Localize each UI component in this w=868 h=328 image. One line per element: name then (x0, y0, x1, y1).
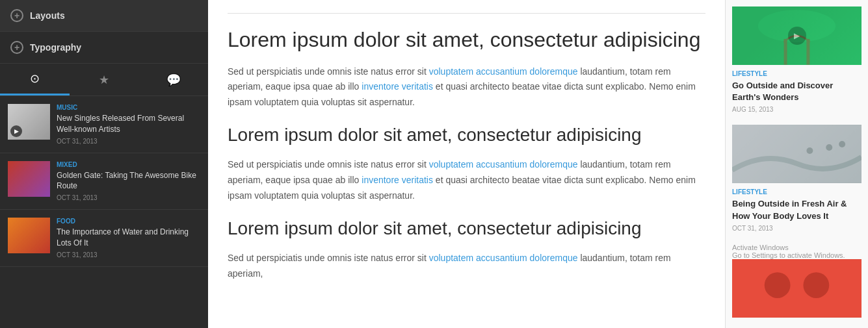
sidebar: + Layouts + Typography ⊙ ★ 💬 ▶ MUSIC New… (0, 0, 208, 328)
article-date: OCT 31, 2013 (57, 251, 200, 259)
article-title: New Singles Released From Several Well-k… (57, 113, 200, 135)
right-article-thumbnail: ▶ (732, 6, 861, 65)
content-body-1: Sed ut perspiciatis unde omnis iste natu… (228, 64, 705, 110)
plus-icon-2: + (10, 41, 23, 54)
content-heading-3: Lorem ipsum dolor sit amet, consectetur … (228, 217, 705, 240)
star-icon: ★ (99, 73, 109, 87)
right-list-item[interactable] (732, 259, 861, 318)
article-title: The Importance of Water and Drinking Lot… (57, 227, 200, 249)
tab-comments[interactable]: 💬 (138, 64, 208, 95)
article-category: FOOD (57, 218, 200, 225)
right-article-title: Being Outside in Fresh Air & How Your Bo… (732, 198, 861, 221)
article-content: MUSIC New Singles Released From Several … (57, 104, 200, 145)
content-body-3: Sed ut perspiciatis unde omnis iste natu… (228, 251, 705, 282)
right-article-date: AUG 15, 2013 (732, 106, 861, 113)
svg-rect-8 (732, 259, 861, 318)
activate-windows-text: Activate Windows Go to Settings to activ… (732, 244, 861, 259)
svg-point-6 (826, 144, 832, 151)
right-list-item[interactable]: ▶ LIFESTYLE Go Outside and Discover Eart… (732, 6, 861, 113)
content-heading-2: Lorem ipsum dolor sit amet, consectetur … (228, 123, 705, 147)
article-category: MIXED (57, 161, 200, 168)
plus-icon: + (10, 9, 23, 22)
article-date: OCT 31, 2013 (57, 194, 200, 201)
article-thumbnail: ▶ (8, 104, 50, 140)
right-article-thumbnail (732, 125, 861, 183)
svg-rect-4 (732, 125, 861, 184)
sidebar-item-typography[interactable]: + Typography (0, 32, 208, 64)
recent-icon: ⊙ (30, 71, 40, 86)
article-thumbnail (8, 161, 50, 197)
tab-recent[interactable]: ⊙ (0, 64, 70, 95)
right-sidebar: ▶ LIFESTYLE Go Outside and Discover Eart… (725, 0, 868, 328)
main-content: Lorem ipsum dolor sit amet, consectetur … (208, 0, 725, 328)
svg-point-10 (803, 272, 829, 298)
article-content: MIXED Golden Gate: Taking The Awesome Bi… (57, 161, 200, 202)
right-article-date: OCT 31, 2013 (732, 225, 861, 232)
sidebar-tabs: ⊙ ★ 💬 (0, 64, 208, 96)
list-item[interactable]: FOOD The Importance of Water and Drinkin… (0, 210, 208, 267)
list-item[interactable]: MIXED Golden Gate: Taking The Awesome Bi… (0, 153, 208, 210)
comment-icon: 💬 (166, 73, 181, 87)
article-title: Golden Gate: Taking The Awesome Bike Rou… (57, 170, 200, 192)
svg-point-9 (765, 272, 791, 298)
play-icon: ▶ (10, 125, 22, 137)
article-category: MUSIC (57, 104, 200, 111)
top-divider (228, 13, 705, 14)
list-item[interactable]: ▶ MUSIC New Singles Released From Severa… (0, 96, 208, 153)
svg-rect-2 (784, 39, 787, 65)
sidebar-article-list: ▶ MUSIC New Singles Released From Severa… (0, 96, 208, 328)
right-list-item[interactable]: LIFESTYLE Being Outside in Fresh Air & H… (732, 125, 861, 231)
content-body-2: Sed ut perspiciatis unde omnis iste natu… (228, 157, 705, 203)
svg-point-7 (839, 141, 845, 147)
article-thumbnail (8, 218, 50, 253)
sidebar-typography-label: Typography (30, 42, 81, 53)
svg-point-5 (806, 147, 813, 154)
right-article-category: LIFESTYLE (732, 188, 861, 196)
right-article-thumbnail (732, 259, 861, 318)
sidebar-item-layouts[interactable]: + Layouts (0, 0, 208, 32)
content-heading-1: Lorem ipsum dolor sit amet, consectetur … (228, 27, 705, 54)
svg-rect-3 (806, 39, 809, 65)
sidebar-layouts-label: Layouts (30, 10, 65, 21)
tab-starred[interactable]: ★ (70, 64, 139, 95)
right-article-category: LIFESTYLE (732, 70, 861, 77)
article-content: FOOD The Importance of Water and Drinkin… (57, 218, 200, 259)
svg-point-1 (758, 10, 835, 42)
article-date: OCT 31, 2013 (57, 138, 200, 145)
right-article-title: Go Outside and Discover Earth's Wonders (732, 80, 861, 103)
